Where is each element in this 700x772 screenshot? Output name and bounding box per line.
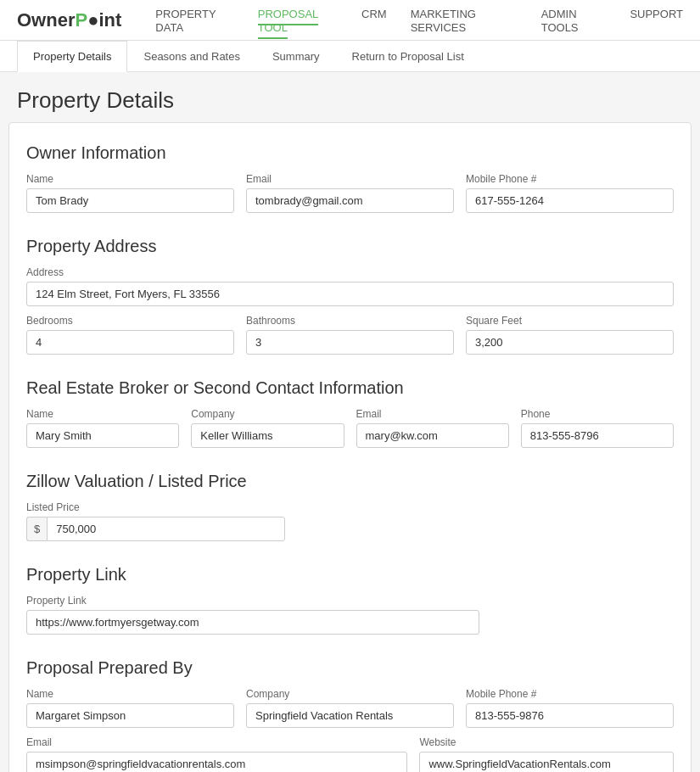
tab-property-details[interactable]: Property Details bbox=[17, 41, 127, 72]
nav-link-proposal-tool[interactable]: PROPOSAL TOOL bbox=[258, 8, 319, 39]
sqft-group: Square Feet bbox=[466, 315, 674, 355]
bedrooms-input[interactable] bbox=[26, 330, 234, 355]
logo-dot: P bbox=[75, 9, 87, 31]
broker-email-group: Email bbox=[356, 408, 509, 448]
section-prepared-by: Proposal Prepared By Name Company Mobile… bbox=[26, 658, 674, 772]
broker-phone-group: Phone bbox=[521, 408, 674, 448]
preparer-name-input[interactable] bbox=[26, 703, 234, 728]
broker-phone-label: Phone bbox=[521, 408, 674, 420]
preparer-company-input[interactable] bbox=[246, 703, 454, 728]
listed-price-input[interactable] bbox=[47, 517, 285, 541]
logo-suffix: ●int bbox=[87, 9, 121, 31]
logo[interactable]: OwnerP●int bbox=[17, 9, 121, 31]
nav-link-marketing[interactable]: MARKETING SERVICES bbox=[411, 8, 476, 37]
preparer-email-label: Email bbox=[26, 736, 407, 748]
bathrooms-label: Bathrooms bbox=[246, 315, 454, 327]
property-link-group: Property Link bbox=[26, 595, 479, 635]
owner-name-input[interactable] bbox=[26, 188, 234, 213]
nav-item-crm[interactable]: CRM bbox=[361, 7, 387, 34]
owner-name-group: Name bbox=[26, 173, 234, 213]
prepared-by-row1: Name Company Mobile Phone # bbox=[26, 688, 674, 728]
prepared-by-title: Proposal Prepared By bbox=[26, 658, 674, 678]
nav-link-support[interactable]: SUPPORT bbox=[630, 8, 683, 24]
broker-company-input[interactable] bbox=[191, 423, 344, 448]
broker-name-label: Name bbox=[26, 408, 179, 420]
preparer-email-input[interactable] bbox=[26, 752, 407, 772]
property-link-label: Property Link bbox=[26, 595, 479, 607]
zillow-title: Zillow Valuation / Listed Price bbox=[26, 472, 674, 491]
bathrooms-input[interactable] bbox=[246, 330, 454, 355]
page-title: Property Details bbox=[17, 87, 683, 114]
dollar-sign-icon: $ bbox=[26, 517, 47, 541]
preparer-phone-label: Mobile Phone # bbox=[466, 688, 674, 700]
zillow-row: Listed Price $ bbox=[26, 501, 674, 541]
preparer-phone-group: Mobile Phone # bbox=[466, 688, 674, 728]
listed-price-group: Listed Price $ bbox=[26, 501, 285, 541]
owner-email-label: Email bbox=[246, 173, 454, 185]
tab-return-proposal-list[interactable]: Return to Proposal List bbox=[336, 41, 480, 72]
preparer-website-input[interactable] bbox=[419, 752, 674, 772]
owner-phone-label: Mobile Phone # bbox=[466, 173, 674, 185]
property-link-input[interactable] bbox=[26, 610, 479, 635]
owner-phone-group: Mobile Phone # bbox=[466, 173, 674, 213]
section-zillow: Zillow Valuation / Listed Price Listed P… bbox=[26, 472, 674, 541]
bedrooms-group: Bedrooms bbox=[26, 315, 234, 355]
nav-item-proposal-tool[interactable]: PROPOSAL TOOL bbox=[258, 7, 338, 34]
property-details-row: Bedrooms Bathrooms Square Feet bbox=[26, 315, 674, 355]
bedrooms-label: Bedrooms bbox=[26, 315, 234, 327]
broker-company-group: Company bbox=[191, 408, 344, 448]
section-broker: Real Estate Broker or Second Contact Inf… bbox=[26, 378, 674, 448]
nav-link-property-data[interactable]: PROPERTY DATA bbox=[155, 8, 216, 37]
preparer-name-label: Name bbox=[26, 688, 234, 700]
page-title-bar: Property Details bbox=[0, 72, 700, 122]
owner-info-title: Owner Information bbox=[26, 143, 674, 163]
nav-item-property-data[interactable]: PROPERTY DATA bbox=[155, 7, 233, 34]
address-label: Address bbox=[26, 266, 674, 278]
broker-name-input[interactable] bbox=[26, 423, 179, 448]
sqft-input[interactable] bbox=[466, 330, 674, 355]
preparer-company-label: Company bbox=[246, 688, 454, 700]
tabs-bar: Property Details Seasons and Rates Summa… bbox=[0, 41, 700, 72]
broker-email-label: Email bbox=[356, 408, 509, 420]
property-link-row: Property Link bbox=[26, 595, 674, 635]
broker-phone-input[interactable] bbox=[521, 423, 674, 448]
section-property-address: Property Address Address Bedrooms Bathro… bbox=[26, 237, 674, 355]
preparer-email-group: Email bbox=[26, 736, 407, 772]
address-group: Address bbox=[26, 266, 674, 306]
address-row: Address bbox=[26, 266, 674, 306]
owner-name-label: Name bbox=[26, 173, 234, 185]
nav-item-marketing[interactable]: MARKETING SERVICES bbox=[411, 7, 518, 34]
broker-name-group: Name bbox=[26, 408, 179, 448]
property-address-title: Property Address bbox=[26, 237, 674, 256]
nav-links: PROPERTY DATA PROPOSAL TOOL CRM MARKETIN… bbox=[155, 7, 683, 34]
preparer-company-group: Company bbox=[246, 688, 454, 728]
price-input-wrapper: $ bbox=[26, 517, 285, 541]
broker-email-input[interactable] bbox=[356, 423, 509, 448]
owner-phone-input[interactable] bbox=[466, 188, 674, 213]
prepared-by-row2: Email Website bbox=[26, 736, 674, 772]
top-nav: OwnerP●int PROPERTY DATA PROPOSAL TOOL C… bbox=[0, 0, 700, 41]
listed-price-label: Listed Price bbox=[26, 501, 285, 513]
preparer-phone-input[interactable] bbox=[466, 703, 674, 728]
tab-seasons-rates[interactable]: Seasons and Rates bbox=[127, 41, 255, 72]
nav-link-crm[interactable]: CRM bbox=[361, 8, 387, 24]
owner-email-group: Email bbox=[246, 173, 454, 213]
preparer-website-label: Website bbox=[419, 736, 674, 748]
preparer-name-group: Name bbox=[26, 688, 234, 728]
owner-email-input[interactable] bbox=[246, 188, 454, 213]
nav-item-admin[interactable]: ADMIN TOOLS bbox=[541, 7, 607, 34]
nav-link-admin[interactable]: ADMIN TOOLS bbox=[541, 8, 579, 37]
sqft-label: Square Feet bbox=[466, 315, 674, 327]
main-content: Owner Information Name Email Mobile Phon… bbox=[8, 122, 692, 772]
bathrooms-group: Bathrooms bbox=[246, 315, 454, 355]
property-link-title: Property Link bbox=[26, 565, 674, 585]
broker-row: Name Company Email Phone bbox=[26, 408, 674, 448]
section-property-link: Property Link Property Link bbox=[26, 565, 674, 635]
tab-summary[interactable]: Summary bbox=[256, 41, 336, 72]
address-input[interactable] bbox=[26, 282, 674, 306]
preparer-website-group: Website bbox=[419, 736, 674, 772]
broker-title: Real Estate Broker or Second Contact Inf… bbox=[26, 378, 674, 398]
broker-company-label: Company bbox=[191, 408, 344, 420]
nav-item-support[interactable]: SUPPORT bbox=[630, 7, 683, 34]
section-owner-info: Owner Information Name Email Mobile Phon… bbox=[26, 143, 674, 213]
